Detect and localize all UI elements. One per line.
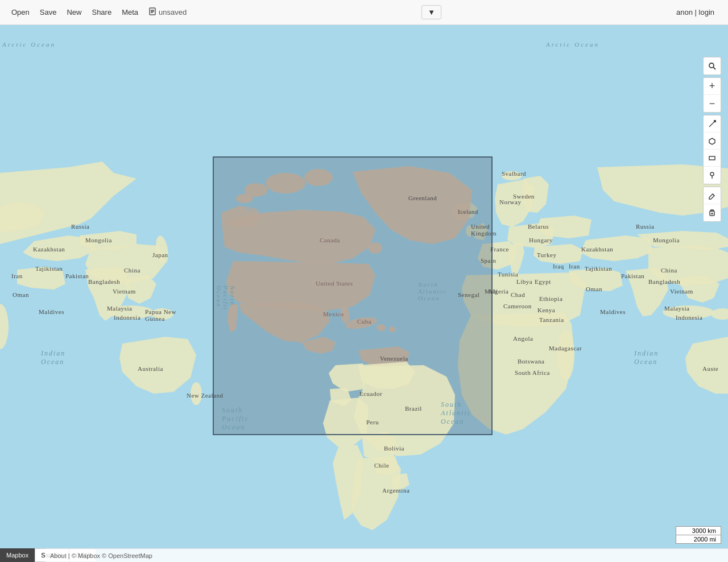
svg-point-7 — [151, 308, 173, 320]
zoom-in-button[interactable]: + — [704, 78, 721, 95]
draw-rectangle-button[interactable] — [704, 150, 721, 167]
svg-rect-34 — [710, 211, 714, 216]
map-container[interactable]: Arctic Ocean Arctic Ocean IndianOcean So… — [0, 25, 728, 562]
meta-button[interactable]: Meta — [117, 6, 143, 19]
svg-point-28 — [714, 120, 716, 122]
search-tool-group — [703, 57, 721, 75]
svg-point-18 — [389, 327, 396, 332]
document-icon — [148, 7, 156, 17]
new-button[interactable]: New — [62, 6, 86, 19]
layer-dropdown[interactable]: ▼ — [421, 5, 441, 19]
svg-point-25 — [709, 63, 714, 68]
mapbox-button[interactable]: Mapbox — [0, 548, 35, 562]
svg-point-19 — [266, 173, 305, 193]
svg-point-20 — [304, 169, 333, 186]
search-button[interactable] — [704, 57, 721, 75]
zoom-out-button[interactable]: − — [704, 95, 721, 112]
svg-marker-29 — [709, 138, 715, 144]
svg-point-22 — [236, 194, 253, 203]
right-tools-panel: + − — [703, 57, 721, 222]
svg-point-23 — [369, 242, 382, 254]
svg-rect-30 — [709, 156, 715, 160]
delete-button[interactable] — [704, 204, 721, 221]
share-button[interactable]: Share — [87, 6, 116, 19]
svg-line-33 — [713, 194, 714, 196]
svg-point-17 — [377, 324, 386, 331]
unsaved-label: unsaved — [159, 8, 187, 16]
save-button[interactable]: Save — [35, 6, 61, 19]
svg-point-10 — [663, 305, 714, 319]
open-button[interactable]: Open — [7, 6, 34, 19]
zoom-tool-group: + − — [703, 77, 721, 113]
scale-bar: 3000 km 2000 mi — [676, 526, 721, 544]
dropdown-arrow: ▼ — [428, 8, 435, 16]
toolbar: Open Save New Share Meta unsaved ▼ anon … — [0, 0, 728, 25]
attribution-bar: About | © Mapbox © OpenStreetMap — [46, 548, 728, 562]
scale-km: 3000 km — [676, 526, 721, 535]
svg-point-31 — [710, 172, 714, 176]
svg-point-8 — [191, 382, 202, 405]
draw-tool-group — [703, 115, 721, 184]
svg-point-12 — [502, 171, 522, 180]
svg-point-6 — [108, 305, 154, 319]
svg-line-26 — [713, 67, 715, 69]
user-info: anon | login — [676, 8, 714, 16]
draw-line-button[interactable] — [704, 115, 721, 133]
scale-mi: 2000 mi — [676, 535, 721, 544]
edit-tool-group — [703, 187, 721, 222]
world-map-svg — [0, 25, 728, 562]
draw-point-button[interactable] — [704, 167, 721, 184]
svg-point-14 — [557, 329, 574, 381]
edit-button[interactable] — [704, 187, 721, 204]
attribution-text: About | © Mapbox © OpenStreetMap — [50, 552, 152, 559]
draw-polygon-button[interactable] — [704, 133, 721, 150]
